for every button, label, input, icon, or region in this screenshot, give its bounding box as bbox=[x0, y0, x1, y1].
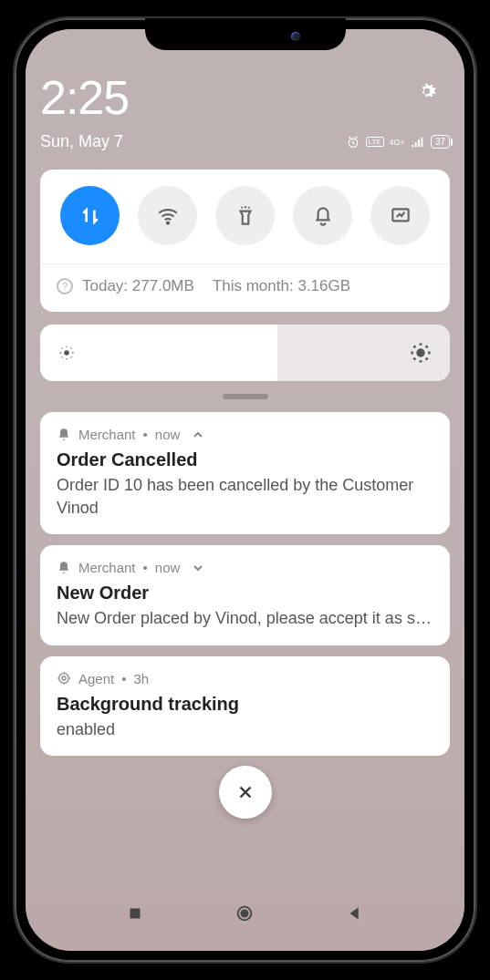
battery-indicator: 37 bbox=[431, 135, 450, 149]
clear-notifications-button[interactable] bbox=[219, 766, 272, 819]
notif-time: 3h bbox=[133, 671, 149, 686]
chevron-up-icon[interactable] bbox=[191, 428, 205, 442]
home-button[interactable] bbox=[235, 903, 255, 923]
brightness-low-icon bbox=[57, 343, 77, 363]
screenshot-icon bbox=[389, 204, 412, 228]
svg-point-6 bbox=[59, 674, 69, 684]
quick-settings-panel: ? Today: 277.0MB This month: 3.16GB bbox=[40, 170, 450, 312]
bell-icon bbox=[57, 428, 71, 442]
notif-time: now bbox=[155, 427, 181, 442]
svg-point-3 bbox=[64, 350, 69, 356]
wifi-toggle[interactable] bbox=[138, 186, 197, 245]
mobile-data-toggle[interactable] bbox=[60, 186, 120, 245]
notif-title: Order Cancelled bbox=[57, 449, 433, 470]
clock-time: 2:25 bbox=[40, 70, 450, 125]
chevron-down-icon[interactable] bbox=[191, 561, 205, 575]
phone-screen: 2:25 Sun, May 7 LTE 4G+ 37 bbox=[26, 29, 464, 951]
drag-handle[interactable] bbox=[223, 394, 268, 399]
recent-apps-button[interactable] bbox=[125, 903, 145, 923]
flashlight-toggle[interactable] bbox=[215, 186, 275, 245]
data-usage-row[interactable]: ? Today: 277.0MB This month: 3.16GB bbox=[57, 277, 433, 295]
notif-app-name: Merchant bbox=[78, 427, 136, 442]
notif-body: enabled bbox=[57, 718, 433, 741]
svg-point-4 bbox=[416, 348, 424, 356]
volte-badge: LTE bbox=[366, 137, 384, 147]
network-label: 4G+ bbox=[390, 138, 405, 147]
brightness-high-icon bbox=[408, 340, 433, 366]
data-today: Today: 277.0MB bbox=[82, 277, 194, 295]
data-month: This month: 3.16GB bbox=[213, 277, 350, 295]
data-arrows-icon bbox=[78, 204, 102, 228]
flashlight-icon bbox=[234, 204, 257, 228]
notif-title: Background tracking bbox=[57, 694, 433, 715]
svg-point-1 bbox=[166, 222, 168, 223]
bell-icon bbox=[57, 561, 71, 575]
close-icon bbox=[235, 782, 255, 802]
date-label: Sun, May 7 bbox=[40, 132, 123, 151]
svg-rect-7 bbox=[130, 909, 141, 919]
bell-icon bbox=[311, 204, 335, 228]
notification-card[interactable]: Merchant • now New Order New Order place… bbox=[40, 545, 450, 645]
status-bar-icons: LTE 4G+ 37 bbox=[346, 135, 450, 150]
notif-body: New Order placed by Vinod, please accept… bbox=[57, 607, 433, 630]
settings-gear-icon[interactable] bbox=[415, 79, 439, 107]
notif-app-name: Agent bbox=[78, 671, 114, 686]
notif-time: now bbox=[155, 560, 181, 575]
phone-frame: 2:25 Sun, May 7 LTE 4G+ 37 bbox=[15, 18, 475, 962]
signal-icon bbox=[411, 135, 425, 150]
svg-point-5 bbox=[62, 676, 66, 680]
notif-title: New Order bbox=[57, 583, 433, 603]
notif-body: Order ID 10 has been cancelled by the Cu… bbox=[57, 474, 433, 520]
alarm-icon bbox=[346, 135, 360, 150]
notch bbox=[145, 18, 346, 50]
wifi-icon bbox=[156, 204, 180, 228]
notification-card[interactable]: Merchant • now Order Cancelled Order ID … bbox=[40, 412, 450, 534]
location-icon bbox=[57, 671, 71, 686]
question-icon: ? bbox=[57, 278, 73, 294]
notif-app-name: Merchant bbox=[78, 560, 136, 575]
screenshot-toggle[interactable] bbox=[370, 186, 430, 245]
brightness-slider[interactable] bbox=[40, 325, 450, 381]
navigation-bar bbox=[26, 903, 464, 923]
dnd-toggle[interactable] bbox=[293, 186, 352, 245]
svg-point-9 bbox=[242, 910, 248, 916]
back-button[interactable] bbox=[345, 903, 365, 923]
notification-card[interactable]: Agent • 3h Background tracking enabled bbox=[40, 656, 450, 756]
